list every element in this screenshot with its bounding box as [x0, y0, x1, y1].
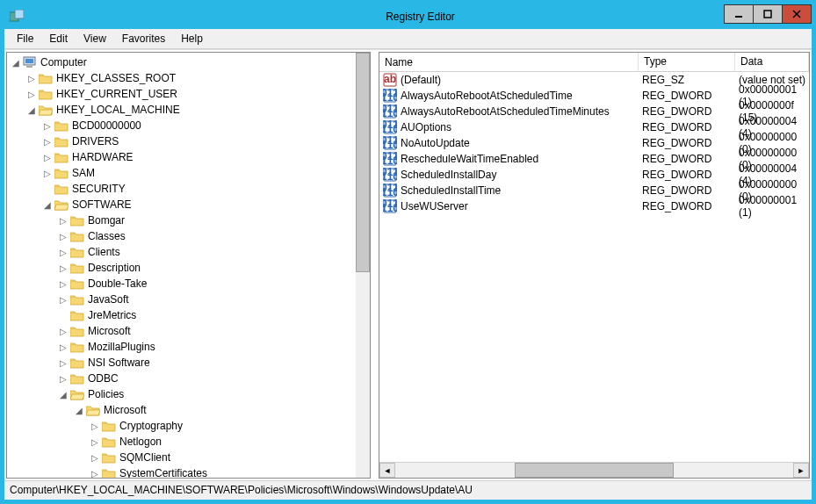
tree-node[interactable]: ▷Cryptography [86, 418, 356, 434]
folder-icon [54, 167, 69, 179]
expander-icon[interactable]: ▷ [58, 247, 69, 257]
tree-node[interactable]: ▷SystemCertificates [86, 465, 356, 479]
tree-node[interactable]: ▷Microsoft [54, 323, 356, 339]
expander-icon[interactable]: ▷ [42, 168, 53, 178]
folder-open-icon [86, 404, 100, 416]
menu-view[interactable]: View [76, 31, 113, 47]
expander-icon[interactable]: ▷ [90, 436, 100, 447]
pane-splitter[interactable] [372, 50, 377, 480]
vscroll-thumb[interactable] [356, 53, 370, 272]
value-list[interactable]: (Default) REG_SZ (value not set) AlwaysA… [379, 72, 809, 462]
tree-node[interactable]: ▷BCD00000000 [39, 118, 356, 133]
expander-icon[interactable]: ◢ [26, 104, 37, 115]
hscroll-left-button[interactable]: ◄ [379, 463, 395, 478]
tree-node[interactable]: ▷NSI Software [54, 355, 356, 371]
menu-help[interactable]: Help [174, 31, 210, 47]
dword-value-icon [383, 120, 397, 134]
expander-icon[interactable]: ▷ [58, 357, 69, 368]
hscroll-right-button[interactable]: ► [793, 463, 809, 478]
expander-icon[interactable]: ▷ [42, 136, 53, 147]
expander-icon[interactable]: ◢ [58, 389, 69, 400]
tree-node[interactable]: ◢SOFTWARE [39, 197, 356, 212]
tree-node[interactable]: ◢Computer [7, 54, 356, 70]
tree-node[interactable]: ◢Policies [54, 386, 356, 402]
tree-node-label: Microsoft [88, 325, 131, 337]
value-name: AUOptions [401, 121, 451, 133]
value-row[interactable]: UseWUServer REG_DWORD 0x00000001 (1) [379, 198, 809, 214]
expander-icon[interactable]: ◢ [11, 57, 21, 68]
hscroll-thumb[interactable] [515, 463, 674, 478]
col-header-data[interactable]: Data [735, 53, 809, 71]
tree-node[interactable]: ▷Description [54, 260, 356, 276]
menu-edit[interactable]: Edit [42, 31, 75, 47]
expander-icon[interactable]: ▷ [26, 89, 37, 99]
value-name: UseWUServer [401, 200, 468, 212]
value-type: REG_DWORD [639, 169, 735, 181]
tree-node-label: HKEY_CURRENT_USER [56, 88, 177, 100]
dword-value-icon [383, 168, 397, 182]
window-title: Registry Editor [29, 11, 812, 23]
tree-node[interactable]: ▷ODBC [54, 371, 356, 386]
tree-node[interactable]: ▷MozillaPlugins [54, 339, 356, 355]
tree-node[interactable]: ▷Bomgar [54, 212, 356, 228]
hscroll[interactable]: ◄ ► [379, 462, 809, 478]
dword-value-icon [383, 184, 397, 198]
col-header-type[interactable]: Type [639, 53, 735, 71]
tree-node-label: Description [88, 262, 141, 274]
menu-favorites[interactable]: Favorites [115, 31, 172, 47]
expander-icon[interactable]: ▷ [90, 452, 100, 463]
folder-icon [54, 183, 69, 195]
minimize-button[interactable] [724, 4, 754, 24]
menu-file[interactable]: File [10, 31, 40, 47]
tree-node[interactable]: ▷JavaSoft [54, 292, 356, 307]
expander-icon[interactable]: ▷ [58, 231, 69, 241]
tree-node[interactable]: JreMetrics [54, 307, 356, 323]
expander-icon[interactable]: ▷ [58, 373, 69, 384]
folder-icon [70, 293, 84, 306]
expander-icon[interactable]: ◢ [42, 199, 53, 210]
expander-icon[interactable]: ◢ [74, 405, 84, 415]
expander-icon[interactable]: ▷ [90, 421, 100, 431]
tree-node[interactable]: SECURITY [39, 181, 356, 197]
tree-node[interactable]: ▷SQMClient [86, 450, 356, 465]
maximize-button[interactable] [753, 4, 783, 24]
tree-node[interactable]: ◢HKEY_LOCAL_MACHINE [23, 102, 356, 118]
tree-node[interactable]: ▷DRIVERS [39, 133, 356, 149]
tree-pane[interactable]: ◢Computer▷HKEY_CLASSES_ROOT▷HKEY_CURRENT… [6, 52, 371, 479]
value-type: REG_DWORD [639, 105, 735, 118]
tree-node[interactable]: ▷Clients [54, 244, 356, 260]
list-header: Name Type Data [379, 53, 809, 72]
tree-node[interactable]: ▷HKEY_CLASSES_ROOT [23, 70, 356, 86]
expander-icon[interactable]: ▷ [58, 278, 69, 289]
expander-icon[interactable]: ▷ [42, 152, 53, 162]
expander-icon[interactable]: ▷ [58, 263, 69, 273]
expander-icon[interactable]: ▷ [58, 342, 69, 352]
tree-node[interactable]: ▷HKEY_CURRENT_USER [23, 86, 356, 102]
app-icon [10, 10, 24, 24]
expander-icon[interactable]: ▷ [58, 294, 69, 305]
folder-icon [70, 309, 84, 321]
tree-node-label: SAM [72, 167, 95, 179]
titlebar[interactable]: Registry Editor [4, 4, 812, 29]
tree-node[interactable]: ▷HARDWARE [39, 149, 356, 165]
tree-node[interactable]: ▷Netlogon [86, 434, 356, 450]
tree-node[interactable]: ▷Classes [54, 228, 356, 244]
expander-icon[interactable]: ▷ [90, 468, 100, 479]
expander-icon[interactable]: ▷ [58, 215, 69, 226]
tree-node[interactable]: ◢Microsoft [70, 402, 356, 418]
expander-icon[interactable]: ▷ [42, 120, 53, 131]
value-name: AlwaysAutoRebootAtScheduledTimeMinutes [401, 105, 610, 118]
folder-open-icon [70, 388, 84, 400]
folder-icon [102, 420, 116, 432]
expander-icon[interactable]: ▷ [26, 73, 37, 83]
tree-node-label: Clients [88, 246, 120, 258]
vscroll-track[interactable] [356, 53, 370, 478]
col-header-name[interactable]: Name [379, 53, 639, 71]
hscroll-track[interactable] [395, 463, 793, 478]
tree-node-label: Computer [40, 56, 87, 68]
close-button[interactable] [782, 4, 812, 24]
folder-icon [70, 230, 84, 242]
expander-icon[interactable]: ▷ [58, 326, 69, 336]
tree-node[interactable]: ▷Double-Take [54, 276, 356, 292]
tree-node[interactable]: ▷SAM [39, 165, 356, 181]
